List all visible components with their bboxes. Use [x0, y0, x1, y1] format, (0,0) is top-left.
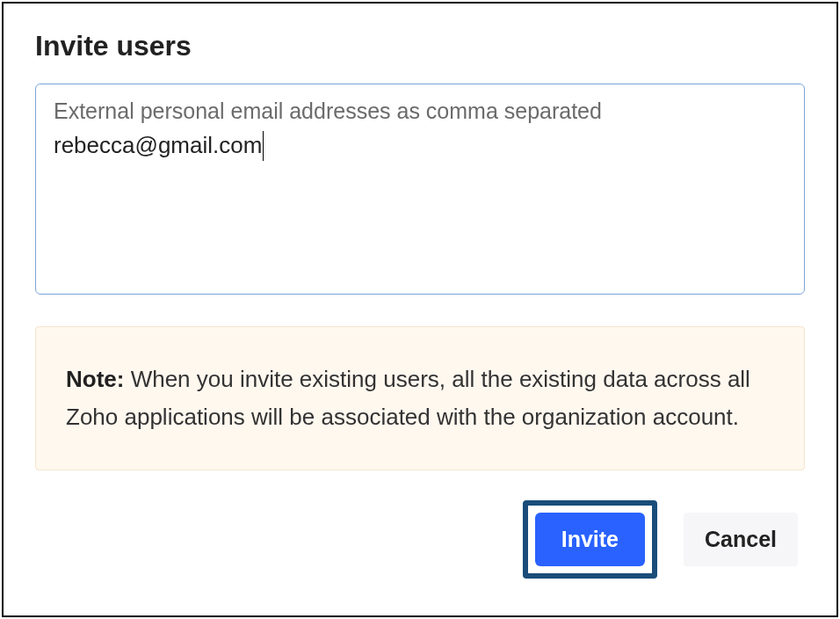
- note-text: Note: When you invite existing users, al…: [66, 360, 774, 436]
- cancel-button[interactable]: Cancel: [684, 513, 798, 566]
- note-body: When you invite existing users, all the …: [66, 366, 750, 430]
- email-input[interactable]: External personal email addresses as com…: [35, 84, 805, 295]
- email-input-value: rebecca@gmail.com: [54, 131, 264, 161]
- dialog-title: Invite users: [35, 30, 805, 62]
- button-row: Invite Cancel: [35, 500, 805, 579]
- invite-users-dialog: Invite users External personal email add…: [2, 2, 838, 617]
- email-input-label: External personal email addresses as com…: [54, 98, 786, 124]
- invite-highlight-frame: Invite: [523, 500, 657, 579]
- note-box: Note: When you invite existing users, al…: [35, 326, 805, 470]
- note-prefix: Note:: [66, 366, 124, 392]
- invite-button[interactable]: Invite: [535, 513, 645, 566]
